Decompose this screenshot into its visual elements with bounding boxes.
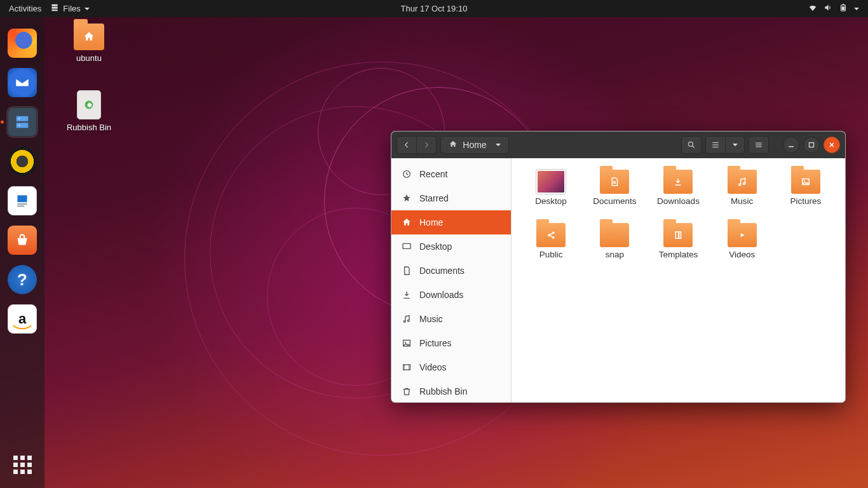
files-icon [50,3,59,14]
window-body: Recent Starred Home Desktop Documents Do… [391,158,845,402]
sidebar-item-trash[interactable]: Rubbish Bin [391,379,511,403]
sidebar-item-label: Pictures [419,338,452,348]
sidebar-item-home[interactable]: Home [391,210,511,234]
svg-rect-19 [756,146,761,147]
sidebar-item-documents[interactable]: Documents [391,259,511,283]
folder-item-label: Desktop [535,196,567,206]
path-label: Home [463,140,486,150]
svg-rect-5 [842,6,845,10]
battery-icon[interactable] [839,3,848,14]
app-menu[interactable]: Files [50,3,89,14]
path-bar[interactable]: Home [440,136,509,154]
desktop-icon-home[interactable]: ubuntu [60,24,118,63]
svg-rect-21 [810,143,814,147]
folder-icon [728,223,757,247]
folder-icon [600,170,629,194]
sidebar-item-starred[interactable]: Starred [391,186,511,210]
maximize-icon [808,142,815,148]
sidebar-item-videos[interactable]: Videos [391,355,511,379]
dock-item-rhythmbox[interactable] [6,146,38,177]
svg-rect-20 [789,146,794,147]
chevron-down-icon [85,8,90,10]
sidebar-item-recent[interactable]: Recent [391,162,511,186]
sidebar-item-pictures[interactable]: Pictures [391,331,511,355]
folder-item-label: Downloads [657,196,700,206]
svg-rect-2 [52,10,58,11]
list-view-button[interactable] [705,136,726,154]
folder-item-desktop[interactable]: Desktop [520,170,581,220]
svg-point-8 [18,118,20,119]
dock-item-files[interactable] [6,106,38,138]
show-applications-button[interactable] [6,449,38,480]
desktop-icon-trash[interactable]: Rubbish Bin [60,90,118,132]
svg-rect-17 [756,143,761,144]
sidebar-item-downloads[interactable]: Downloads [391,283,511,307]
svg-rect-6 [17,116,29,121]
folder-icon [74,24,104,50]
maximize-button[interactable] [803,137,820,153]
folder-item-music[interactable]: Music [712,170,773,220]
clock-label: Thur 17 Oct 19:10 [401,4,468,13]
window-headerbar[interactable]: Home [391,132,845,158]
folder-item-snap[interactable]: snap [584,223,645,274]
music-icon [402,314,412,324]
svg-rect-4 [843,4,844,5]
close-icon [829,142,835,148]
folder-icon [663,223,693,247]
sidebar-item-label: Starred [419,193,449,203]
folder-item-label: snap [606,250,624,259]
svg-rect-16 [712,147,718,147]
videos-icon [402,362,412,372]
sidebar-item-music[interactable]: Music [391,307,511,331]
activities-button[interactable]: Activities [9,4,41,13]
dock-item-thunderbird[interactable] [6,67,38,98]
dock-item-amazon[interactable]: a [6,303,38,335]
svg-rect-26 [403,365,410,370]
folder-icon [728,170,757,194]
files-window: Home [391,131,846,403]
trash-icon [77,90,101,119]
system-menu-chevron-icon[interactable] [854,8,859,10]
close-button[interactable] [824,137,840,153]
folder-icon [536,223,566,247]
search-button[interactable] [681,136,702,154]
dock-item-firefox[interactable] [6,27,38,59]
minimize-button[interactable] [783,137,799,153]
view-options-button[interactable] [726,136,745,154]
svg-rect-11 [17,203,27,205]
svg-rect-0 [52,4,58,6]
list-icon [711,140,720,149]
rhythmbox-icon [8,147,37,176]
sidebar-item-label: Desktop [419,241,452,252]
sidebar-item-label: Videos [419,362,447,372]
dock-item-writer[interactable] [6,185,38,217]
nav-buttons [397,136,437,154]
folder-item-templates[interactable]: Templates [648,223,709,274]
dock-item-help[interactable]: ? [6,264,38,295]
back-button[interactable] [397,136,417,154]
wifi-icon[interactable] [808,3,817,14]
sidebar: Recent Starred Home Desktop Documents Do… [391,158,512,402]
svg-rect-1 [52,7,58,9]
sidebar-item-label: Recent [419,169,447,179]
dock: ? a [0,17,44,488]
folder-item-downloads[interactable]: Downloads [648,170,709,220]
forward-button[interactable] [417,136,437,154]
folder-item-videos[interactable]: Videos [712,223,773,274]
folder-icon [791,170,820,194]
sidebar-item-desktop[interactable]: Desktop [391,234,511,259]
dock-item-software[interactable] [6,224,38,256]
app-menu-label: Files [63,4,80,13]
folder-item-pictures[interactable]: Pictures [775,170,836,220]
volume-icon[interactable] [824,3,832,14]
folder-view[interactable]: Desktop Documents Downloads Music Pictur… [512,158,845,402]
documents-icon [402,266,412,276]
top-bar: Activities Files Thur 17 Oct 19:10 [0,0,868,17]
hamburger-button[interactable] [749,136,769,154]
home-icon [449,140,458,151]
folder-item-public[interactable]: Public [520,223,581,274]
clock[interactable]: Thur 17 Oct 19:10 [401,4,468,13]
folder-item-documents[interactable]: Documents [584,170,645,220]
star-icon [402,193,412,203]
menu-icon [754,140,763,149]
